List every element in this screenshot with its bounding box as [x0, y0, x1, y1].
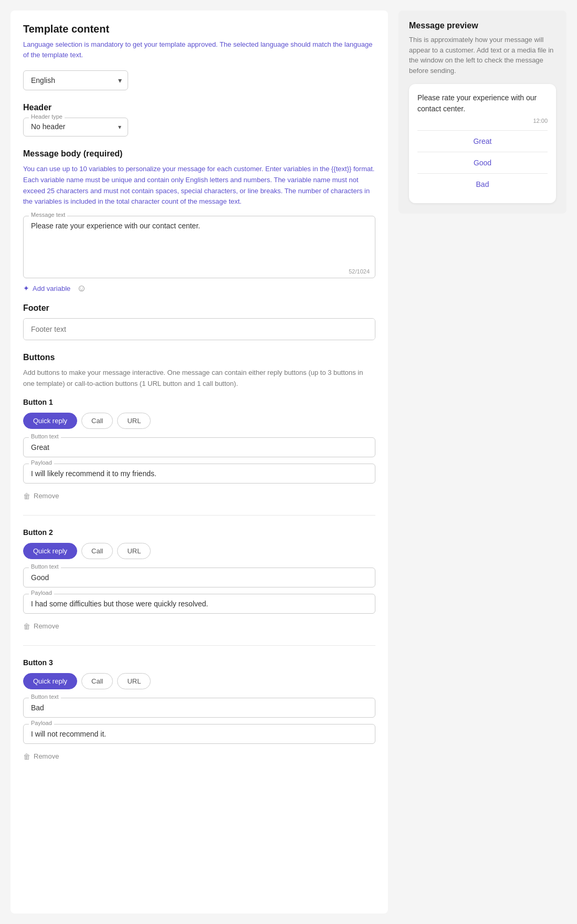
- button-group-2: Button 2 Quick reply Call URL Button tex…: [23, 528, 375, 646]
- language-dropdown-wrapper: English Spanish French German Portuguese…: [23, 70, 128, 90]
- buttons-section-title: Buttons: [23, 353, 375, 362]
- button3-trash-icon: 🗑: [23, 752, 30, 761]
- header-section-title: Header: [23, 103, 375, 112]
- toolbar-row: ✦ Add variable ☺: [23, 284, 375, 293]
- emoji-icon: ☺: [77, 283, 86, 293]
- button1-remove[interactable]: 🗑 Remove: [23, 490, 59, 502]
- button3-remove[interactable]: 🗑 Remove: [23, 750, 59, 763]
- button2-text-label: Button text: [29, 563, 61, 570]
- button1-text-wrapper: Button text: [23, 437, 375, 457]
- footer-input[interactable]: [24, 319, 375, 340]
- button1-text-label: Button text: [29, 433, 61, 439]
- header-type-select[interactable]: No header Text Image Video Document: [31, 122, 120, 131]
- button1-trash-icon: 🗑: [23, 492, 30, 500]
- button1-type-row: Quick reply Call URL: [23, 413, 375, 429]
- preview-title: Message preview: [409, 21, 556, 30]
- button1-quick-reply[interactable]: Quick reply: [23, 413, 77, 429]
- add-variable-button[interactable]: ✦ Add variable: [23, 284, 70, 292]
- button3-payload-label: Payload: [29, 720, 54, 726]
- preview-bubble: Please rate your experience with our con…: [409, 84, 556, 203]
- button2-url[interactable]: URL: [117, 543, 151, 559]
- button3-call[interactable]: Call: [81, 673, 113, 689]
- button2-payload-label: Payload: [29, 590, 54, 596]
- char-count: 52/1024: [349, 268, 370, 275]
- button2-type-row: Quick reply Call URL: [23, 543, 375, 559]
- header-type-wrapper: Header type No header Text Image Video D…: [23, 118, 128, 136]
- button1-title: Button 1: [23, 398, 375, 406]
- preview-description: This is approximately how your message w…: [409, 35, 556, 76]
- preview-button-2[interactable]: Good: [417, 152, 548, 173]
- message-body-title: Message body (required): [23, 149, 375, 159]
- message-textarea[interactable]: Please rate your experience with our con…: [31, 222, 368, 264]
- button3-text-input[interactable]: [31, 704, 368, 712]
- button2-text-input[interactable]: [31, 573, 368, 582]
- button3-title: Button 3: [23, 658, 375, 667]
- preview-time: 12:00: [417, 118, 548, 124]
- button3-payload-wrapper: Payload: [23, 724, 375, 744]
- button1-remove-label: Remove: [34, 492, 59, 500]
- header-section: Header Header type No header Text Image …: [23, 103, 375, 136]
- button2-trash-icon: 🗑: [23, 622, 30, 631]
- button3-url[interactable]: URL: [117, 673, 151, 689]
- preview-message-text: Please rate your experience with our con…: [417, 92, 548, 114]
- button2-title: Button 2: [23, 528, 375, 537]
- preview-button-1[interactable]: Great: [417, 130, 548, 152]
- button-group-1: Button 1 Quick reply Call URL Button tex…: [23, 398, 375, 516]
- button3-quick-reply[interactable]: Quick reply: [23, 673, 77, 689]
- header-type-label: Header type: [29, 113, 65, 120]
- button2-quick-reply[interactable]: Quick reply: [23, 543, 77, 559]
- button1-call[interactable]: Call: [81, 413, 113, 429]
- button2-payload-input[interactable]: [31, 600, 368, 608]
- buttons-description: Add buttons to make your message interac…: [23, 368, 375, 390]
- button3-type-row: Quick reply Call URL: [23, 673, 375, 689]
- message-body-info: You can use up to 10 variables to person…: [23, 164, 375, 207]
- language-select[interactable]: English Spanish French German Portuguese: [23, 70, 128, 90]
- subtitle: Language selection is mandatory to get y…: [23, 39, 375, 60]
- button1-payload-input[interactable]: [31, 469, 368, 478]
- button2-call[interactable]: Call: [81, 543, 113, 559]
- right-panel: Message preview This is approximately ho…: [398, 10, 566, 214]
- button3-remove-label: Remove: [34, 752, 59, 760]
- buttons-section: Buttons Add buttons to make your message…: [23, 353, 375, 775]
- button1-url[interactable]: URL: [117, 413, 151, 429]
- emoji-button[interactable]: ☺: [77, 284, 86, 293]
- button3-text-wrapper: Button text: [23, 698, 375, 718]
- message-textarea-wrapper: Message text Please rate your experience…: [23, 216, 375, 278]
- button3-text-label: Button text: [29, 694, 61, 700]
- button1-payload-wrapper: Payload: [23, 464, 375, 484]
- message-text-label: Message text: [29, 212, 67, 218]
- button-group-3: Button 3 Quick reply Call URL Button tex…: [23, 658, 375, 775]
- button2-remove[interactable]: 🗑 Remove: [23, 620, 59, 633]
- message-body-section: Message body (required) You can use up t…: [23, 149, 375, 293]
- button2-remove-label: Remove: [34, 622, 59, 630]
- footer-input-wrapper: [23, 318, 375, 340]
- page-title: Template content: [23, 23, 375, 35]
- add-variable-label: Add variable: [33, 285, 70, 292]
- add-variable-icon: ✦: [23, 284, 29, 292]
- button3-payload-input[interactable]: [31, 730, 368, 738]
- footer-section-title: Footer: [23, 303, 375, 313]
- button2-payload-wrapper: Payload: [23, 594, 375, 614]
- button2-text-wrapper: Button text: [23, 568, 375, 587]
- subtitle-plain: Language selection is mandatory to get y…: [23, 40, 218, 48]
- button1-payload-label: Payload: [29, 459, 54, 466]
- left-panel: Template content Language selection is m…: [11, 10, 388, 914]
- footer-section: Footer: [23, 303, 375, 340]
- button1-text-input[interactable]: [31, 443, 368, 452]
- preview-button-3[interactable]: Bad: [417, 173, 548, 195]
